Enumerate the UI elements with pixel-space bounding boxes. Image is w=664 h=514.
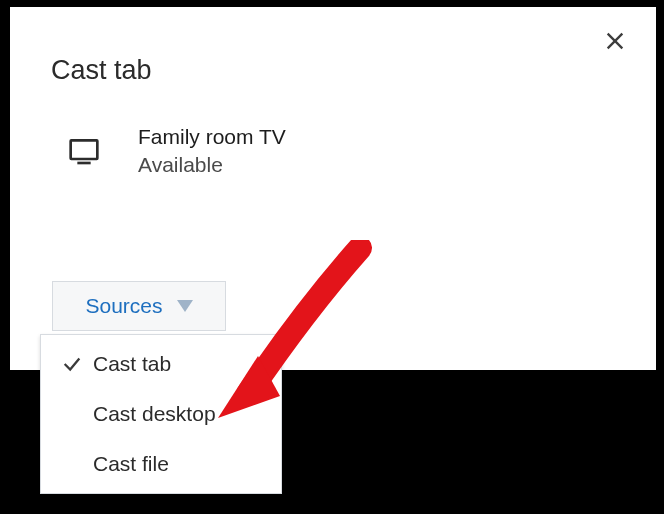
menu-item-label: Cast tab xyxy=(93,352,281,376)
device-name: Family room TV xyxy=(138,125,286,149)
checkmark-icon xyxy=(61,353,93,375)
device-status: Available xyxy=(138,153,286,177)
menu-item-cast-tab[interactable]: Cast tab xyxy=(41,339,281,389)
cast-dialog: Cast tab Family room TV Available Source… xyxy=(10,7,656,370)
menu-item-label: Cast file xyxy=(93,452,281,476)
sources-menu: Cast tab Cast desktop Cast file xyxy=(40,334,282,494)
dialog-title: Cast tab xyxy=(51,55,152,86)
svg-rect-2 xyxy=(71,140,98,159)
device-row-family-room[interactable]: Family room TV Available xyxy=(68,125,608,177)
device-text: Family room TV Available xyxy=(138,125,286,177)
sources-button[interactable]: Sources xyxy=(52,281,226,331)
menu-item-cast-desktop[interactable]: Cast desktop xyxy=(41,389,281,439)
menu-item-cast-file[interactable]: Cast file xyxy=(41,439,281,489)
tv-icon xyxy=(68,135,100,167)
chevron-down-icon xyxy=(177,300,193,312)
menu-item-label: Cast desktop xyxy=(93,402,281,426)
close-button[interactable] xyxy=(600,27,630,57)
sources-label: Sources xyxy=(85,294,162,318)
close-icon xyxy=(604,40,626,55)
